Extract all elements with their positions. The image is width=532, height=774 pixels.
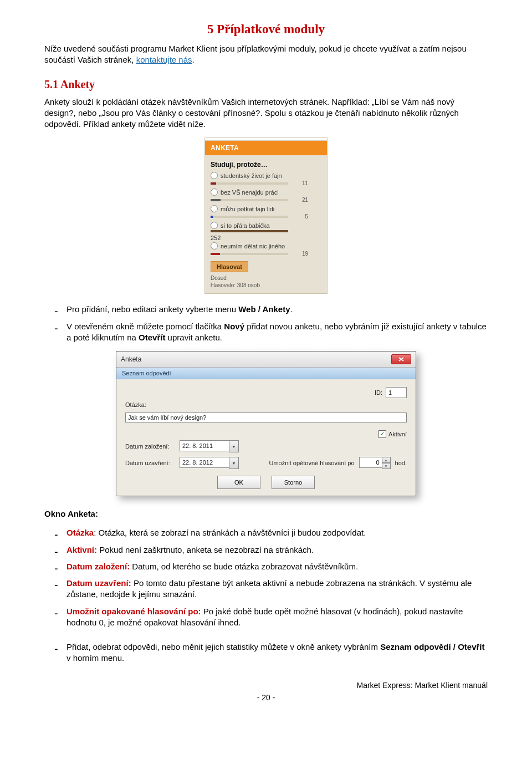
active-checkbox[interactable]: ✓ Aktivní — [378, 430, 407, 438]
heading-section: 5.1 Ankety — [44, 78, 488, 91]
close-icon[interactable] — [391, 354, 411, 364]
vote-button[interactable]: Hlasovat — [211, 261, 248, 272]
poll-header: ANKETA — [205, 141, 327, 155]
intro-text-b: . — [192, 55, 195, 64]
list-item: Datum založení: Datum, od kterého se bud… — [66, 561, 488, 572]
repeat-unit: hod. — [395, 460, 407, 466]
date-closed-label: Datum uzavření: — [125, 460, 175, 466]
list-item: Umožnit opakované hlasování po: Po jaké … — [66, 606, 488, 629]
definition-body: Otázka, která se zobrazí na stránkách a … — [99, 528, 366, 537]
checkbox-icon: ✓ — [378, 430, 386, 438]
okno-heading: Okno Anketa: — [44, 508, 488, 520]
list-item: Pro přidání, nebo editaci ankety vyberte… — [66, 304, 488, 315]
poll-option: můžu potkat fajn lidi5 — [211, 205, 321, 220]
poll-option: neumím dělat nic jiného19 — [211, 242, 321, 257]
definitions-list: Otázka: Otázka, která se zobrazí na strá… — [44, 527, 488, 628]
poll-bar — [211, 199, 288, 201]
definition-body: Pokud není zaškrtnuto, anketa se nezobra… — [99, 545, 314, 554]
dialog-menu-item[interactable]: Seznam odpovědí — [116, 368, 416, 379]
document-page: 5 Příplatkové moduly Níže uvedené součás… — [0, 0, 532, 719]
chevron-down-icon: ▼ — [229, 440, 239, 452]
radio-icon[interactable] — [211, 222, 218, 229]
dialog-body: ID: 1 Otázka: Jak se vám líbí nový desig… — [116, 379, 416, 496]
intro-paragraph: Níže uvedené součásti programu Market Kl… — [44, 43, 488, 66]
repeat-stepper[interactable]: 0 ▲ ▼ — [359, 457, 391, 469]
poll-bar — [211, 230, 288, 232]
radio-icon[interactable] — [211, 205, 218, 212]
page-number: - 20 - — [44, 693, 488, 702]
spinner-buttons: ▲ ▼ — [382, 457, 391, 469]
anketa-dialog: Anketa Seznam odpovědí ID: 1 Otázka: Jak… — [116, 351, 416, 496]
footer-text: Market Express: Market Klient manuál — [44, 681, 488, 690]
list-item: Přidat, odebrat odpovědi, nebo měnit jej… — [66, 641, 488, 664]
poll-question: Studuji, protože… — [211, 161, 321, 169]
date-created-label: Datum založení: — [125, 443, 175, 450]
contact-link[interactable]: kontaktujte nás — [136, 55, 192, 64]
instruction-list-2: Přidat, odebrat odpovědi, nebo měnit jej… — [44, 641, 488, 664]
id-label: ID: — [375, 389, 382, 396]
poll-count: 252 — [211, 235, 321, 241]
poll-count: 5 — [291, 213, 308, 220]
list-item: V otevřeném okně můžete pomocí tlačítka … — [66, 321, 488, 344]
question-field[interactable]: Jak se vám líbí nový design? — [125, 413, 407, 422]
poll-footer: Dosud hlasovalo: 308 osob — [211, 274, 321, 289]
instruction-list-1: Pro přidání, nebo editaci ankety vyberte… — [44, 304, 488, 343]
ok-button[interactable]: OK — [217, 476, 260, 489]
definition-term: Otázka — [66, 528, 94, 537]
heading-chapter: 5 Příplatkové moduly — [44, 22, 488, 37]
definition-term: Datum založení: — [66, 562, 130, 571]
poll-count: 19 — [291, 251, 308, 257]
list-item: Datum uzavření: Po tomto datu přestane b… — [66, 578, 488, 600]
poll-bar — [211, 182, 288, 185]
definition-term: Aktivní: — [66, 545, 97, 554]
intro-text-a: Níže uvedené součásti programu Market Kl… — [44, 44, 467, 64]
poll-option: studentský život je fajn11 — [211, 172, 321, 186]
radio-icon[interactable] — [211, 189, 218, 196]
poll-option-label: studentský život je fajn — [221, 172, 282, 179]
poll-count: 11 — [291, 180, 308, 186]
poll-footer-2: hlasovalo: 308 osob — [211, 282, 260, 288]
poll-option-label: si to přála babička — [221, 222, 270, 229]
poll-count: 21 — [291, 197, 308, 203]
list-item: Aktivní: Pokud není zaškrtnuto, anketa s… — [66, 544, 488, 556]
definition-term: Datum uzavření: — [66, 578, 131, 588]
active-label: Aktivní — [388, 431, 407, 437]
chevron-up-icon: ▲ — [382, 457, 391, 463]
poll-widget: ANKETA Studuji, protože… studentský živo… — [204, 138, 328, 294]
poll-example-wrap: ANKETA Studuji, protože… studentský živo… — [44, 138, 488, 294]
poll-option-label: můžu potkat fajn lidi — [221, 206, 274, 212]
poll-bar — [211, 216, 288, 218]
section-paragraph: Ankety slouží k pokládání otázek návštěv… — [44, 96, 488, 130]
date-created-field[interactable]: 22. 8. 2011 ▼ — [180, 440, 239, 452]
poll-option-label: neumím dělat nic jiného — [221, 243, 285, 249]
dialog-screenshot-wrap: Anketa Seznam odpovědí ID: 1 Otázka: Jak… — [44, 351, 488, 496]
radio-icon[interactable] — [211, 172, 218, 179]
list-item: Otázka: Otázka, která se zobrazí na strá… — [66, 527, 488, 538]
poll-body: Studuji, protože… studentský život je fa… — [205, 155, 327, 293]
poll-option-label: bez VŠ nenajdu práci — [221, 189, 279, 196]
definition-body: Datum, od kterého se bude otázka zobrazo… — [132, 562, 358, 571]
radio-icon[interactable] — [211, 242, 218, 249]
chevron-down-icon: ▼ — [229, 457, 239, 469]
dialog-titlebar: Anketa — [116, 352, 416, 368]
definition-term: Umožnit opakované hlasování po: — [66, 607, 201, 616]
poll-footer-1: Dosud — [211, 275, 227, 281]
poll-option: si to přála babička252 — [211, 222, 321, 241]
repeat-label: Umožnit opětovné hlasování po — [269, 460, 354, 466]
date-closed-field[interactable]: 22. 8. 2012 ▼ — [180, 457, 239, 469]
poll-bar — [211, 253, 288, 255]
poll-option: bez VŠ nenajdu práci21 — [211, 189, 321, 203]
cancel-button[interactable]: Storno — [272, 476, 315, 489]
dialog-title: Anketa — [121, 355, 141, 363]
question-label: Otázka: — [125, 401, 175, 408]
id-field[interactable]: 1 — [386, 387, 407, 398]
chevron-down-icon: ▼ — [382, 463, 391, 469]
